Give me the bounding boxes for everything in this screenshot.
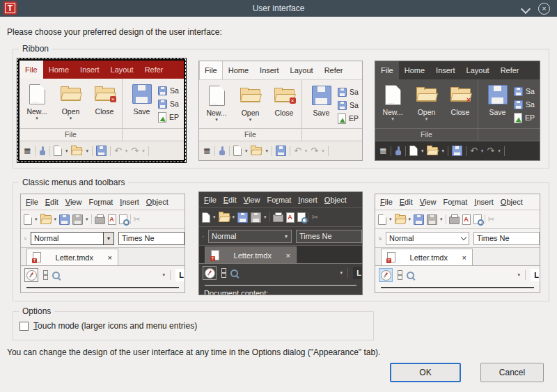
- search-icon: [52, 272, 60, 279]
- menu-view: View: [65, 198, 82, 206]
- ribbon-style-light-option[interactable]: File Home Insert Layout Refer New... ▾: [198, 61, 363, 161]
- open-folder-icon: [219, 213, 230, 221]
- touch-mode-checkbox[interactable]: [19, 322, 29, 331]
- dropdown-arrow-icon: ▾: [70, 116, 72, 120]
- tab-references: Refer: [495, 61, 525, 79]
- title-bar[interactable]: T User interface ×: [0, 0, 557, 17]
- menu-object: Object: [324, 196, 347, 204]
- standard-toolbar: ▾ ▾ ▾ ✂: [199, 208, 362, 227]
- cancel-button[interactable]: Cancel: [480, 363, 544, 382]
- dropdown-arrow-icon: ▾: [425, 117, 428, 121]
- menu-insert: Insert: [298, 196, 317, 204]
- close-icon[interactable]: ×: [538, 3, 550, 15]
- save-icon: [414, 214, 424, 225]
- dropdown-arrow-icon: ▾: [481, 149, 484, 153]
- document-content-text: Document content:: [199, 286, 362, 295]
- dropdown-arrow-icon: ▾: [389, 217, 392, 222]
- print-icon: [95, 217, 105, 224]
- ribbon-new-button: New... ▾: [201, 84, 233, 128]
- cut-icon: ✂: [312, 213, 319, 221]
- ribbon-close-button: Close: [444, 84, 477, 128]
- ribbon-saveas-small-button: Sa: [338, 100, 359, 110]
- menu-edit: Edit: [223, 196, 237, 204]
- user-interface-dialog: T User interface × Please choose your pr…: [0, 0, 557, 392]
- epub-export-icon: [158, 112, 166, 123]
- document-tab: Letter.tmdx ×: [205, 246, 297, 263]
- ribbon-tab-bar: File Home Insert Layout Refer: [199, 61, 362, 80]
- textmaker-document-icon: [211, 250, 219, 260]
- ok-button[interactable]: OK: [390, 363, 461, 382]
- dropdown-arrow-icon: ▾: [441, 149, 444, 153]
- sidebar-toolbar: ▾ L: [375, 266, 540, 284]
- ribbon-style-colored-option[interactable]: File Home Insert Layout Refer New... ▾: [17, 58, 187, 163]
- classic-group-label: Classic menus and toolbars: [19, 178, 128, 187]
- close-folder-icon: [450, 88, 471, 102]
- ribbon-close-button: Close: [268, 84, 301, 128]
- dropdown-arrow-icon: ▾: [305, 149, 308, 153]
- redo-icon: ↷: [131, 146, 139, 155]
- quick-access-toolbar: ≡ ▾ ▾ ↶▾ ↷▾: [375, 141, 540, 160]
- paragraph-style-combobox: Normal ▼: [31, 232, 114, 245]
- document-tab-bar: Letter.tmdx ×: [21, 248, 185, 266]
- ribbon-file-group-caption: File: [199, 128, 301, 141]
- document-tab: Letter.tmdx ×: [381, 249, 473, 265]
- menu-view: View: [420, 198, 437, 206]
- dropdown-arrow-icon: ▾: [265, 149, 268, 153]
- menu-view: View: [244, 196, 260, 204]
- combo-dropdown-icon: ▼: [459, 233, 469, 244]
- save-icon: [158, 86, 167, 95]
- document-content-text: Document content:: [21, 288, 185, 293]
- open-folder-icon: [395, 215, 406, 224]
- compass-icon: [205, 268, 215, 279]
- undo-icon: ↶: [470, 146, 478, 155]
- window-title: User interface: [0, 0, 557, 17]
- font-name-combobox: Times Ne: [118, 232, 185, 245]
- open-folder-icon: [240, 89, 260, 102]
- save-icon: [59, 214, 70, 225]
- ribbon-epub-small-button: EP: [158, 112, 179, 122]
- pdf-export-icon: [462, 214, 471, 225]
- undo-icon: ↶: [294, 146, 301, 155]
- open-folder-icon: [416, 88, 437, 102]
- standard-toolbar: ▾ ▾ ▾ ✂: [21, 210, 185, 229]
- classic-style-modern-option[interactable]: File Edit View Format Insert Object ▾ ▾ …: [375, 194, 540, 293]
- new-document-icon: [209, 86, 225, 106]
- close-badge-icon: [466, 97, 472, 103]
- navigate-button: [24, 268, 38, 282]
- paragraph-style-combobox: Normal ▼: [386, 232, 469, 245]
- ribbon-open-button: Open ▾: [54, 83, 87, 128]
- touch-mode-option[interactable]: Touch mode (larger icons and menu entrie…: [19, 321, 197, 331]
- classic-style-light-option[interactable]: File Edit View Format Insert Object ▾ ▾ …: [20, 194, 185, 293]
- format-toolbar: Normal ▼ Times Ne: [21, 229, 185, 248]
- ribbon-saveas-small-button: Sa: [158, 99, 179, 109]
- dropdown-arrow-icon: ▾: [517, 272, 520, 278]
- intro-text: Please choose your preferred design of t…: [7, 27, 222, 37]
- save-floppy-icon: [488, 85, 508, 104]
- classic-style-dark-option[interactable]: File Edit View Format Insert Object ▾ ▾ …: [198, 191, 363, 295]
- footer-note: You can change the design of the user in…: [7, 347, 380, 357]
- menu-file: File: [380, 198, 393, 206]
- cursor-arrow-icon: [203, 232, 204, 241]
- ribbon-save-small-button: Sa: [338, 87, 359, 97]
- ribbon-file-group-caption: File: [375, 128, 478, 141]
- menu-object: Object: [501, 198, 523, 206]
- cut-icon: ✂: [134, 215, 141, 224]
- format-toolbar: Normal ▼ Times Ne: [199, 227, 362, 246]
- ruler-fragment: L: [531, 269, 540, 281]
- dropdown-arrow-icon: ▾: [86, 217, 88, 222]
- tab-insert: Insert: [430, 61, 461, 79]
- tab-close-icon: ×: [462, 253, 466, 262]
- ribbon-style-dark-option[interactable]: File Home Insert Layout Refer New... ▾: [375, 61, 540, 161]
- save-as-icon: [251, 212, 261, 223]
- compass-icon: [381, 270, 391, 281]
- dropdown-arrow-icon: ▾: [249, 118, 252, 122]
- hamburger-menu-icon: ≡: [379, 146, 387, 156]
- save-icon: [452, 146, 462, 156]
- new-document-icon: [54, 146, 62, 156]
- tab-close-icon: ×: [108, 253, 112, 262]
- save-as-icon: [338, 101, 347, 110]
- open-folder-icon: [40, 215, 52, 224]
- ribbon-new-button: New... ▾: [21, 83, 54, 128]
- undo-icon: ↶: [114, 146, 122, 155]
- dropdown-arrow-icon: ▾: [54, 217, 57, 222]
